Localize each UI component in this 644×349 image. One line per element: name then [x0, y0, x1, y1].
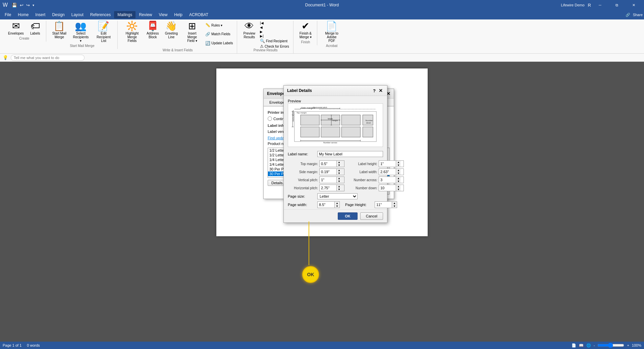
number-across-input[interactable]: ▲ ▼ — [379, 177, 404, 183]
label-dialog-close-button[interactable]: ✕ — [378, 88, 384, 94]
menu-insert[interactable]: Insert — [32, 11, 49, 18]
page-width-label: Page width: — [288, 203, 315, 207]
finish-merge-button[interactable]: ✔ Finish &Merge ▾ — [297, 21, 314, 40]
quick-undo[interactable]: ↩ — [20, 3, 23, 8]
label-preview-diagram: Side margins Top margin Horizontal pitch — [288, 103, 383, 147]
prev-record-button[interactable]: ◀ — [259, 25, 290, 30]
quick-access-dropdown[interactable]: ▾ — [33, 3, 34, 7]
label-cancel-button[interactable]: Cancel — [360, 212, 383, 220]
close-button[interactable]: ✕ — [626, 0, 641, 10]
zoom-in-icon[interactable]: + — [627, 343, 629, 347]
label-height-up[interactable]: ▲ — [396, 161, 401, 164]
find-recipient-button[interactable]: 🔍 Find Recipient — [259, 38, 290, 44]
merge-to-adobe-pdf-button[interactable]: 📄 Merge toAdobe PDF — [321, 21, 343, 43]
label-width-input[interactable]: ▲ ▼ — [379, 168, 404, 175]
address-block-button[interactable]: 📮 AddressBlock — [144, 21, 162, 40]
number-down-down[interactable]: ▼ — [396, 188, 401, 191]
finish-group-label: Finish — [301, 40, 310, 44]
insert-merge-field-button[interactable]: ⊞ Insert MergeField ▾ — [181, 21, 203, 43]
top-margin-down[interactable]: ▼ — [337, 164, 341, 167]
label-height-down[interactable]: ▼ — [396, 164, 401, 167]
envelopes-button[interactable]: ✉ Envelopes — [5, 21, 26, 36]
rules-button[interactable]: 📏 Rules ▾ — [204, 22, 234, 29]
horizontal-pitch-input[interactable]: ▲ ▼ — [319, 185, 344, 191]
tell-me-input[interactable] — [11, 55, 85, 61]
last-record-button[interactable]: ▶| — [259, 34, 290, 38]
svg-text:Top margin: Top margin — [297, 111, 307, 114]
horizontal-pitch-row: Horizontal pitch: ▲ ▼ — [288, 185, 344, 191]
top-margin-input[interactable]: ▲ ▼ — [319, 160, 344, 167]
menu-view[interactable]: View — [156, 11, 171, 18]
match-fields-button[interactable]: 🔗 Match Fields — [204, 31, 234, 38]
label-width-label: Label width: — [347, 170, 377, 174]
create-group-label: Create — [19, 37, 29, 40]
label-dialog-title-text: Label Details — [287, 88, 312, 93]
vertical-pitch-input[interactable]: ▲ ▼ — [319, 177, 344, 183]
next-record-button[interactable]: ▶ — [259, 30, 290, 34]
svg-rect-1 — [301, 115, 319, 125]
menu-layout[interactable]: Layout — [68, 11, 87, 18]
restore-button[interactable]: ⧉ — [609, 0, 625, 10]
number-down-input[interactable]: ▲ ▼ — [379, 185, 404, 191]
top-margin-up[interactable]: ▲ — [337, 161, 341, 164]
quick-save[interactable]: 💾 — [12, 3, 17, 8]
page-height-up[interactable]: ▲ — [392, 202, 397, 205]
share-label[interactable]: Share — [633, 13, 643, 17]
page-height-down[interactable]: ▼ — [392, 205, 397, 208]
label-name-row: Label name: — [284, 150, 387, 159]
ok-circle-annotation: OK — [302, 266, 319, 283]
svg-rect-8 — [363, 127, 373, 137]
menu-help[interactable]: Help — [171, 11, 186, 18]
label-name-input[interactable] — [317, 151, 383, 157]
menu-references[interactable]: References — [87, 11, 114, 18]
highlight-merge-fields-button[interactable]: 🔆 HighlightMerge Fields — [121, 21, 143, 43]
label-height-input[interactable]: ▲ ▼ — [379, 160, 404, 167]
status-bar: Page 1 of 1 0 words 📄 📖 🌐 - + 100% — [0, 342, 644, 349]
side-margin-down[interactable]: ▼ — [337, 172, 341, 175]
menu-review[interactable]: Review — [136, 11, 155, 18]
horizontal-pitch-down[interactable]: ▼ — [337, 188, 341, 191]
page-height-input[interactable]: ▲ ▼ — [375, 201, 397, 208]
help-button[interactable]: ? — [373, 88, 376, 93]
greeting-line-button[interactable]: 👋 GreetingLine — [162, 21, 180, 40]
labels-button[interactable]: 🏷 Labels — [27, 21, 43, 36]
menu-mailings[interactable]: Mailings — [114, 11, 136, 18]
menu-home[interactable]: Home — [14, 11, 32, 18]
select-recipients-button[interactable]: 👥 SelectRecipients ▾ — [70, 21, 92, 43]
vertical-pitch-down[interactable]: ▼ — [337, 180, 341, 183]
preview-results-button[interactable]: 👁 PreviewResults — [240, 21, 258, 40]
word-icon: W — [3, 2, 8, 8]
number-across-up[interactable]: ▲ — [396, 177, 401, 180]
layout-print-icon[interactable]: 📄 — [572, 343, 576, 348]
first-record-button[interactable]: |◀ — [259, 21, 290, 25]
ribbon-group-write-insert: 🔆 HighlightMerge Fields 📮 AddressBlock 👋… — [118, 21, 237, 53]
vertical-pitch-up[interactable]: ▲ — [337, 177, 341, 180]
page-size-select[interactable]: Letter A4 Legal — [317, 193, 358, 199]
quick-redo[interactable]: ↪ — [26, 3, 30, 8]
page-width-input[interactable]: ▲ ▼ — [317, 201, 340, 208]
menu-bar: File Home Insert Design Layout Reference… — [0, 10, 644, 19]
side-margin-up[interactable]: ▲ — [337, 169, 341, 172]
zoom-out-icon[interactable]: - — [594, 343, 595, 347]
label-width-up[interactable]: ▲ — [396, 169, 401, 172]
side-margin-input[interactable]: ▲ ▼ — [319, 168, 344, 175]
label-width-down[interactable]: ▼ — [396, 172, 401, 175]
number-down-up[interactable]: ▲ — [396, 185, 401, 188]
menu-file[interactable]: File — [1, 11, 14, 18]
update-labels-button[interactable]: 🔄 Update Labels — [204, 40, 234, 47]
label-ok-button[interactable]: OK — [338, 212, 358, 220]
start-mail-merge-button[interactable]: 📋 Start MailMerge — [50, 21, 69, 40]
tell-me-bar: 💡 — [0, 54, 644, 62]
number-across-down[interactable]: ▼ — [396, 180, 401, 183]
edit-recipient-list-button[interactable]: 📝 EditRecipient List — [93, 21, 115, 43]
layout-web-icon[interactable]: 🌐 — [586, 343, 591, 348]
zoom-slider[interactable] — [597, 343, 624, 348]
horizontal-pitch-up[interactable]: ▲ — [337, 185, 341, 188]
page-width-up[interactable]: ▲ — [335, 202, 339, 205]
menu-acrobat[interactable]: ACROBAT — [186, 11, 212, 18]
menu-design[interactable]: Design — [49, 11, 68, 18]
preview-svg: Side margins Top margin Horizontal pitch — [291, 106, 380, 144]
layout-read-icon[interactable]: 📖 — [579, 343, 584, 348]
page-width-down[interactable]: ▼ — [335, 205, 339, 208]
minimize-button[interactable]: ─ — [592, 0, 608, 10]
